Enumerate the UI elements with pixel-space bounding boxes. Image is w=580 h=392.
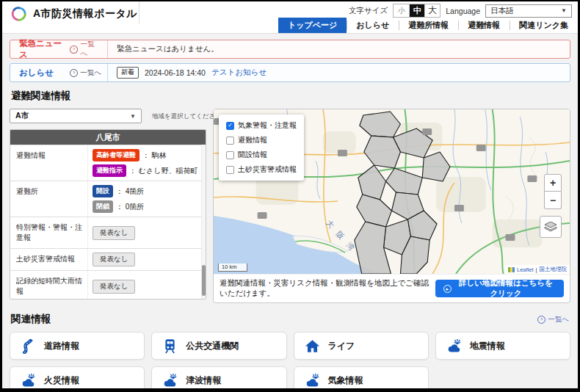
notice-banner: おしらせ 一覧へ 新着 2024-06-18 14:40 テストお知らせ <box>10 63 570 82</box>
layer-evacuation-info[interactable]: 避難情報 <box>226 135 297 145</box>
layer-shelter-open-info[interactable]: 開設情報 <box>226 150 297 160</box>
row-value: 高齢者等避難 ： 駒林 避難指示 ： むさし野、稲荷町 <box>88 145 206 181</box>
layer-label: 土砂災害警戒情報 <box>238 164 297 175</box>
related-cards-row-2: 火災情報 津波情報 気象情報 <box>10 366 570 392</box>
notice-title-link[interactable]: テストお知らせ <box>211 68 267 78</box>
badge-line: 避難指示 ： むさし野、稲荷町 <box>93 164 201 177</box>
region-select-hint: 地域を選択してください <box>152 112 222 121</box>
emergency-news-head: 緊急ニュース 一覧へ <box>10 38 107 60</box>
notice-body: 新着 2024-06-18 14:40 テストお知らせ <box>108 67 275 79</box>
row-value: 発表なし <box>88 271 206 300</box>
notice-list-link[interactable]: 一覧へ <box>70 68 101 78</box>
font-size-group: 小 中 大 <box>393 4 441 18</box>
badge-value: ： 駒林 <box>142 150 167 161</box>
table-row: 特別警報・警報・注意報 発表なし <box>10 217 206 248</box>
leaflet-link[interactable]: Leaflet <box>517 266 534 273</box>
related-cards-row-1: 道路情報 公共交通機関 ライフ 地震情報 <box>10 332 570 360</box>
tab-top-page[interactable]: トップページ <box>278 18 347 33</box>
map-caption-text: 避難関連情報・災害リスク情報・観測情報を地図上でご確認いただけます。 <box>220 278 435 299</box>
list-arrow-icon <box>70 69 78 77</box>
related-card-weather[interactable]: 気象情報 <box>294 366 429 392</box>
weather-icon <box>162 373 178 388</box>
layer-weather-warning[interactable]: 気象警報・注意報 <box>226 120 297 131</box>
language-value: 日本語 <box>490 6 514 16</box>
related-card-fire[interactable]: 火災情報 <box>10 366 145 392</box>
badge-line: 開設 ： 4箇所 <box>93 185 201 197</box>
tab-notices[interactable]: おしらせ <box>347 18 399 33</box>
leaflet-logo-icon <box>508 267 515 272</box>
map[interactable]: 大阪湾 気象警報・注意報 避難情報 開設情報 <box>214 109 570 274</box>
row-label: 特別警報・警報・注意報 <box>10 217 88 248</box>
portal-screen: A市防災情報ポータル 文字サイズ 小 中 大 Language 日本語 ▼ トッ… <box>0 0 580 392</box>
language-select[interactable]: 日本語 ▼ <box>485 4 572 18</box>
layer-label: 開設情報 <box>238 150 267 160</box>
zoom-out-button[interactable]: − <box>544 192 562 209</box>
related-list-link[interactable]: 一覧へ <box>537 315 569 324</box>
map-detail-button[interactable]: 詳しい地図情報はこちらをクリック <box>435 280 564 297</box>
table-row: 記録的短時間大雨情報 発表なし <box>10 270 206 300</box>
emergency-list-link-label: 一覧へ <box>80 40 101 59</box>
road-icon <box>21 338 36 354</box>
font-size-small-button[interactable]: 小 <box>394 4 409 17</box>
row-value: 発表なし <box>88 217 206 248</box>
notice-head: おしらせ 一覧へ <box>10 68 107 79</box>
scrollbar-thumb[interactable] <box>202 265 206 296</box>
tab-related-links[interactable]: 関連リンク集 <box>510 18 578 33</box>
header: A市防災情報ポータル 文字サイズ 小 中 大 Language 日本語 ▼ トッ… <box>2 1 578 34</box>
related-card-label: 津波情報 <box>186 374 221 387</box>
layers-icon <box>544 222 557 233</box>
related-card-tsunami[interactable]: 津波情報 <box>151 366 286 392</box>
font-size-large-button[interactable]: 大 <box>424 4 440 17</box>
header-utilities: 文字サイズ 小 中 大 Language 日本語 ▼ <box>349 4 572 18</box>
emergency-news-list-link[interactable]: 一覧へ <box>70 40 101 59</box>
badge-line: 閉鎖 ： 0箇所 <box>93 200 201 213</box>
map-attribution: Leaflet | 国土地理院 <box>505 265 570 274</box>
notice-list-link-label: 一覧へ <box>80 68 101 78</box>
related-card-label: ライフ <box>328 340 355 352</box>
header-divider <box>139 1 139 23</box>
list-arrow-icon <box>537 316 545 324</box>
shelter-open-badge: 開設 <box>93 185 113 197</box>
map-layer-panel: 気象警報・注意報 避難情報 開設情報 土砂災害警戒情報 <box>219 115 304 181</box>
emergency-news-banner: 緊急ニュース 一覧へ 緊急ニュースはありません。 <box>10 40 570 59</box>
table-row: 土砂災害警戒情報 発表なし <box>10 248 206 270</box>
table-row: 避難所 開設 ： 4箇所 閉鎖 ： 0箇所 <box>10 181 206 217</box>
weather-icon <box>21 373 36 388</box>
evacuation-left-column: A市 ▼ 地域を選択してください 八尾市 避難情報 高齢者等避難 ： 駒林 <box>10 109 206 300</box>
circle-play-icon <box>443 285 452 293</box>
list-arrow-icon <box>70 46 78 54</box>
row-value: 発表なし <box>88 249 206 270</box>
brand[interactable]: A市防災情報ポータル <box>11 6 137 22</box>
tab-evacuation-info[interactable]: 避難情報 <box>458 18 510 33</box>
shelter-closed-badge: 閉鎖 <box>93 200 113 213</box>
related-card-label: 地震情報 <box>470 340 505 352</box>
evacuation-row: A市 ▼ 地域を選択してください 八尾市 避難情報 高齢者等避難 ： 駒林 <box>10 109 570 303</box>
gsi-link[interactable]: 国土地理院 <box>540 266 568 273</box>
related-card-life[interactable]: ライフ <box>294 332 429 360</box>
tab-shelter-info[interactable]: 避難所情報 <box>399 18 458 33</box>
related-card-road[interactable]: 道路情報 <box>10 332 145 360</box>
related-card-earthquake[interactable]: 地震情報 <box>435 332 570 360</box>
checkbox-icon[interactable] <box>226 151 234 159</box>
row-label: 記録的短時間大雨情報 <box>10 271 88 300</box>
row-label: 避難所 <box>10 181 88 217</box>
status-badge: 発表なし <box>93 253 135 266</box>
related-card-transit[interactable]: 公共交通機関 <box>151 332 286 360</box>
table-scrollbar[interactable] <box>201 145 206 299</box>
zoom-in-button[interactable]: + <box>544 174 562 192</box>
map-caption-bar: 避難関連情報・災害リスク情報・観測情報を地図上でご確認いただけます。 詳しい地図… <box>214 274 570 302</box>
layers-button[interactable] <box>540 216 562 238</box>
city-status-table[interactable]: 八尾市 避難情報 高齢者等避難 ： 駒林 避難指示 ： むさし野、稲荷町 <box>10 129 206 300</box>
train-icon <box>162 338 178 354</box>
checkbox-checked-icon[interactable] <box>226 122 234 130</box>
related-section-head: 関連情報 一覧へ <box>11 313 569 326</box>
badge-value: ： むさし野、稲荷町 <box>129 166 197 176</box>
checkbox-icon[interactable] <box>226 137 234 145</box>
font-size-label: 文字サイズ <box>349 6 388 16</box>
region-select[interactable]: A市 ▼ <box>10 109 142 123</box>
evacuation-section-heading: 避難関連情報 <box>11 90 569 103</box>
layer-sediment-warning[interactable]: 土砂災害警戒情報 <box>226 164 297 175</box>
map-detail-button-label: 詳しい地図情報はこちらをクリック <box>456 278 556 299</box>
font-size-medium-button[interactable]: 中 <box>409 4 424 17</box>
checkbox-icon[interactable] <box>226 166 234 174</box>
